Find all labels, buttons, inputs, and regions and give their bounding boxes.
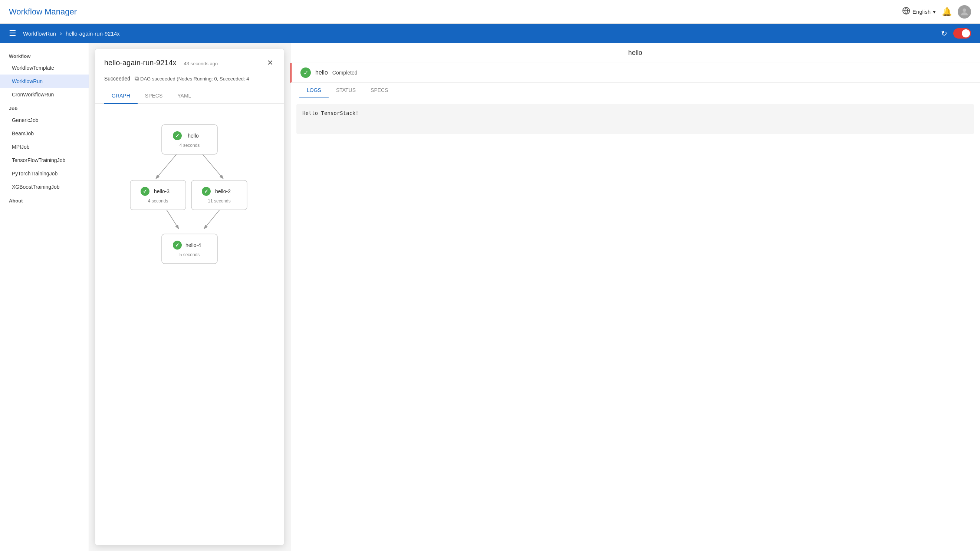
sidebar-section-workflow: Workflow WorkflowTemplate WorkflowRun Cr…	[0, 49, 89, 101]
detail-tab-logs[interactable]: LOGS	[299, 83, 329, 98]
svg-line-3	[156, 154, 177, 178]
language-selector[interactable]: English ▾	[902, 7, 936, 17]
node-check-icon: ✓	[301, 67, 311, 78]
sidebar-item-pytorchjob[interactable]: PyTorchTrainingJob	[0, 167, 89, 180]
svg-text:hello: hello	[188, 133, 199, 139]
svg-text:5 seconds: 5 seconds	[180, 252, 200, 257]
dialog-title: hello-again-run-9214x	[104, 59, 177, 67]
refresh-icon[interactable]: ↻	[941, 29, 947, 38]
menu-icon[interactable]: ☰	[9, 29, 16, 38]
breadcrumb: WorkflowRun › hello-again-run-9214x	[23, 30, 120, 37]
toggle-knob	[962, 29, 970, 37]
graph-area: ✓ hello 4 seconds ✓ hello-3 4 seconds ✓ …	[95, 104, 284, 545]
copy-icon: ⧉	[135, 75, 139, 82]
detail-tabs: LOGS STATUS SPECS	[290, 83, 980, 98]
detail-tab-status[interactable]: STATUS	[329, 83, 363, 98]
toggle-switch[interactable]	[953, 28, 971, 38]
sidebar-section-title-about: About	[0, 194, 89, 206]
detail-node-row: ✓ hello Completed	[290, 63, 980, 83]
sidebar-section-about: About	[0, 194, 89, 206]
dialog-time-ago: 43 seconds ago	[184, 61, 218, 67]
svg-line-6	[204, 208, 221, 229]
svg-line-5	[165, 208, 178, 229]
svg-rect-22	[162, 234, 217, 264]
workflow-graph: ✓ hello 4 seconds ✓ hello-3 4 seconds ✓ …	[104, 110, 275, 273]
header-right: English ▾ 🔔	[902, 5, 971, 19]
main-layout: Workflow WorkflowTemplate WorkflowRun Cr…	[0, 43, 980, 551]
svg-text:✓: ✓	[175, 133, 180, 139]
log-content: Hello TensorStack!	[302, 110, 968, 116]
breadcrumb-bar: ☰ WorkflowRun › hello-again-run-9214x ↻	[0, 24, 980, 43]
content-area: hello-again-run-9214x 43 seconds ago ✕ S…	[89, 43, 980, 551]
breadcrumb-parent-link[interactable]: WorkflowRun	[23, 30, 56, 37]
sidebar-item-workflowrun[interactable]: WorkflowRun	[0, 75, 89, 88]
dialog-tabs: GRAPH SPECS YAML	[95, 88, 284, 104]
breadcrumb-actions: ↻	[941, 28, 971, 38]
notification-bell-icon[interactable]: 🔔	[942, 7, 952, 17]
chevron-down-icon: ▾	[933, 8, 936, 15]
svg-text:✓: ✓	[175, 242, 180, 248]
svg-text:hello-4: hello-4	[186, 242, 201, 248]
dialog-close-button[interactable]: ✕	[266, 57, 275, 68]
svg-text:4 seconds: 4 seconds	[148, 198, 169, 203]
sidebar-item-genericjob[interactable]: GenericJob	[0, 113, 89, 127]
svg-rect-17	[191, 180, 247, 210]
dialog-panel: hello-again-run-9214x 43 seconds ago ✕ S…	[95, 49, 284, 545]
translate-icon	[902, 7, 910, 17]
dialog-header: hello-again-run-9214x 43 seconds ago ✕ S…	[95, 49, 284, 88]
detail-node-name: hello	[315, 69, 328, 76]
top-header: Workflow Manager English ▾ 🔔	[0, 0, 980, 24]
sidebar: Workflow WorkflowTemplate WorkflowRun Cr…	[0, 43, 89, 551]
user-avatar[interactable]	[958, 5, 971, 19]
svg-text:✓: ✓	[143, 188, 147, 194]
svg-point-2	[963, 8, 966, 11]
svg-text:hello-3: hello-3	[154, 188, 170, 194]
log-area: Hello TensorStack!	[296, 104, 974, 134]
sidebar-item-beamjob[interactable]: BeamJob	[0, 127, 89, 140]
dag-message: ⧉ DAG succeeded (Nodes Running: 0, Succe…	[135, 75, 249, 82]
svg-line-4	[202, 154, 223, 178]
svg-rect-7	[162, 125, 217, 154]
dialog-tab-specs[interactable]: SPECS	[138, 88, 170, 104]
dialog-title-row: hello-again-run-9214x 43 seconds ago ✕	[104, 57, 275, 68]
sidebar-section-title-job: Job	[0, 101, 89, 113]
svg-rect-12	[130, 180, 186, 210]
breadcrumb-current: hello-again-run-9214x	[66, 30, 120, 37]
dialog-status-row: Succeeded ⧉ DAG succeeded (Nodes Running…	[104, 72, 275, 83]
dialog-tab-yaml[interactable]: YAML	[170, 88, 199, 104]
detail-panel: hello ✓ hello Completed LOGS STATUS SPEC…	[290, 43, 980, 551]
svg-text:11 seconds: 11 seconds	[208, 198, 230, 203]
sidebar-item-workflowtemplate[interactable]: WorkflowTemplate	[0, 61, 89, 75]
detail-tab-specs[interactable]: SPECS	[363, 83, 395, 98]
status-badge: Succeeded	[104, 76, 130, 82]
sidebar-item-cronworkflowrun[interactable]: CronWorkflowRun	[0, 88, 89, 101]
app-title: Workflow Manager	[9, 7, 77, 17]
detail-node-status: Completed	[332, 70, 358, 76]
sidebar-item-mpijob[interactable]: MPIJob	[0, 140, 89, 154]
sidebar-section-title-workflow: Workflow	[0, 49, 89, 61]
detail-panel-title: hello	[290, 43, 980, 63]
sidebar-section-job: Job GenericJob BeamJob MPIJob TensorFlow…	[0, 101, 89, 194]
sidebar-item-xgboostjob[interactable]: XGBoostTrainingJob	[0, 180, 89, 194]
breadcrumb-separator: ›	[60, 30, 62, 37]
dialog-tab-graph[interactable]: GRAPH	[104, 88, 138, 104]
svg-text:✓: ✓	[204, 188, 208, 194]
sidebar-item-tensorflowjob[interactable]: TensorFlowTrainingJob	[0, 154, 89, 167]
language-label: English	[913, 8, 931, 15]
dialog-title-group: hello-again-run-9214x 43 seconds ago	[104, 59, 218, 67]
svg-text:hello-2: hello-2	[215, 188, 231, 194]
svg-text:4 seconds: 4 seconds	[180, 143, 200, 148]
